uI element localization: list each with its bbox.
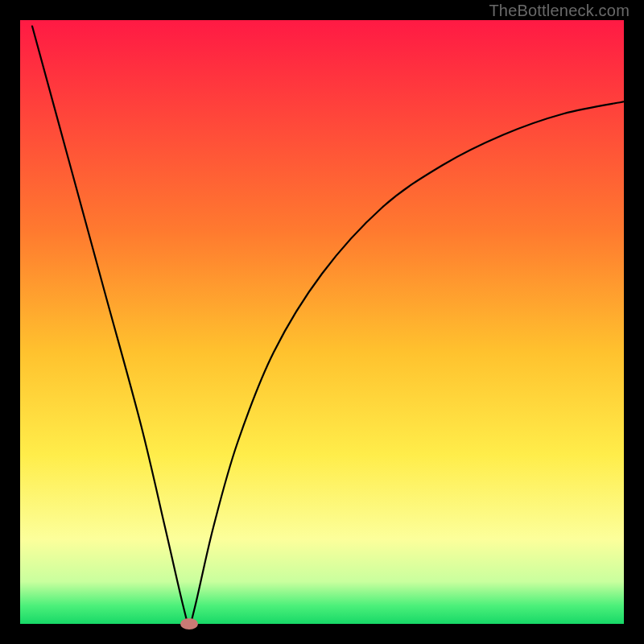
chart-container: TheBottleneck.com <box>0 0 644 644</box>
watermark-text: TheBottleneck.com <box>489 2 630 20</box>
chart-svg <box>0 0 644 644</box>
plot-area <box>20 20 624 624</box>
optimum-marker <box>180 618 198 630</box>
